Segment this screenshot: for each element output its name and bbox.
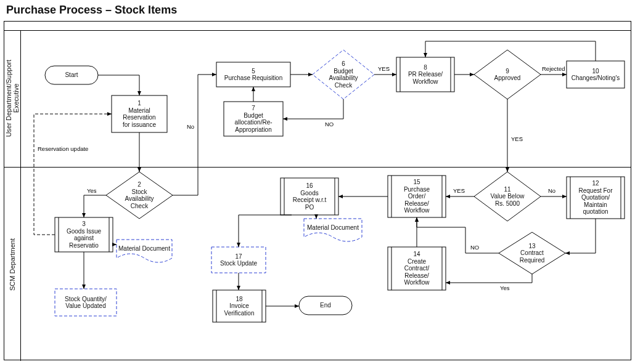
node-16: 16 Goods Receipt w.r.t PO [284, 178, 335, 215]
node-1: 1 Material Reservation for issuance [112, 95, 167, 132]
doc-material-2: Material Document [304, 220, 362, 236]
node-6: 6 Budget Availability Check [314, 55, 373, 94]
node-2: 2 Stock Availability Check [113, 179, 166, 211]
edge-no-3: No [548, 187, 555, 194]
edge-yes-2: YES [378, 65, 390, 72]
lane-scm: SCM Department [4, 167, 21, 361]
page-title: Purchase Process – Stock Items [6, 4, 177, 17]
edge-rejected: Rejected [542, 65, 565, 72]
node-10: 10 Changes/Noting's [567, 61, 625, 88]
edge-yes-5: Yes [500, 285, 510, 291]
end-node: End [299, 296, 352, 315]
edge-yes-1: Yes [87, 187, 97, 194]
flow-canvas: Start 1 Material Reservation for issuanc… [20, 30, 631, 360]
node-18: 18 Invoice Verification [216, 290, 262, 322]
doc-material-1: Material Document [117, 241, 172, 257]
node-11: 11 Value Below Rs. 5000 [481, 182, 533, 211]
diagram-frame: User Department/Support Executive SCM De… [4, 21, 631, 360]
lane-user: User Department/Support Executive [4, 30, 21, 167]
start-node: Start [45, 66, 98, 84]
edge-yes-4: YES [453, 187, 465, 194]
node-8: 8 PR Release/ Workflow [400, 57, 451, 92]
edge-no-2: NO [325, 121, 334, 127]
node-9: 9 Approved [481, 61, 533, 88]
node-3: 3 Goods Issue against Reservatio [59, 217, 109, 252]
edge-no-1: No [187, 123, 194, 130]
node-7: 7 Budget allocation/Re- Appropriation [224, 102, 283, 136]
node-13: 13 Contract Required [507, 242, 557, 264]
edge-yes-3: YES [511, 135, 523, 142]
node-14: 14 Create Contract/ Release/ Workflow [391, 247, 442, 290]
node-17: 17 Stock Update [211, 247, 266, 273]
node-5: 5 Purchase Requisition [216, 62, 290, 87]
node-12: 12 Request For Quotation/ Maintain quota… [570, 177, 621, 219]
edge-no-4: NO [470, 244, 479, 251]
node-15: 15 Purchase Order/ Release/ Workflow [391, 176, 442, 217]
doc-stock-qty: Stock Quantity/ Value Updated [55, 289, 117, 316]
edge-res-update: Reservation update [38, 145, 88, 152]
